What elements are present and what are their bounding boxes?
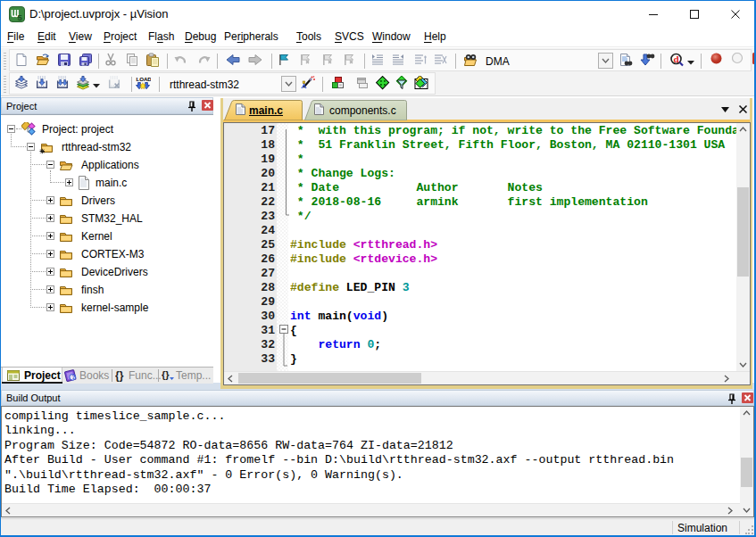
svg-text:d: d — [673, 54, 678, 64]
svg-text:?: ? — [71, 373, 76, 381]
svg-text:{}: {} — [162, 369, 170, 380]
svg-text:LOAD: LOAD — [137, 76, 152, 82]
svg-text:5: 5 — [18, 12, 23, 22]
svg-text:{}: {} — [115, 369, 124, 382]
